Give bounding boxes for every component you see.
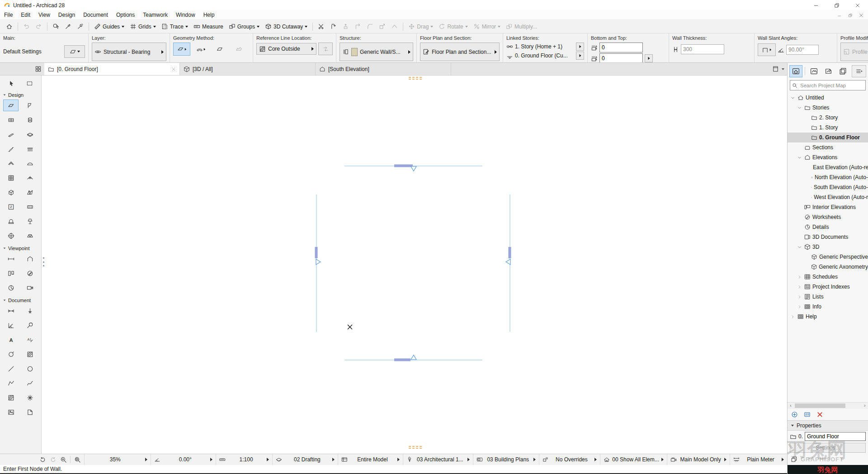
tree-untitled[interactable]: Untitled (788, 93, 868, 103)
column-tool[interactable] (23, 114, 38, 126)
menu-edit[interactable]: Edit (17, 11, 34, 19)
level-dimension-tool[interactable] (23, 305, 38, 317)
tree-3d[interactable]: 3D (788, 242, 868, 252)
trim-button[interactable] (389, 21, 400, 32)
chevron-down-icon[interactable] (797, 245, 802, 250)
window-copy-icon[interactable] (791, 456, 797, 463)
rotate-button[interactable]: Rotate (436, 21, 470, 32)
tree-north-elevation[interactable]: North Elevation (Auto- (788, 172, 868, 182)
bottom-offset-input[interactable] (599, 53, 643, 63)
tab-3d-all[interactable]: [3D / All] (180, 63, 316, 75)
tree-generic-axonometry[interactable]: Generic Axonometry (788, 262, 868, 272)
radial-dimension-tool[interactable] (23, 319, 38, 331)
drag-button[interactable]: Drag (406, 21, 435, 32)
spline-tool[interactable] (23, 377, 38, 389)
zone-tool[interactable]: Z (3, 201, 19, 213)
tree-info[interactable]: Info (788, 302, 868, 312)
close-tab-icon[interactable] (171, 66, 176, 72)
close-button[interactable] (847, 0, 868, 10)
groups-button[interactable]: Groups (226, 21, 262, 32)
adjust-button[interactable] (328, 21, 339, 32)
doc-close-button[interactable] (859, 12, 863, 18)
menu-file[interactable]: File (0, 11, 17, 19)
skylight-tool[interactable] (23, 172, 38, 184)
chevron-down-icon[interactable] (790, 95, 796, 100)
drawing-tool[interactable] (23, 406, 38, 418)
grids-button[interactable]: Grids (127, 21, 158, 32)
roof-tool[interactable] (3, 157, 19, 169)
tree-generic-perspective[interactable]: Generic Perspective (788, 252, 868, 262)
grid-element-tool[interactable] (3, 230, 19, 242)
renovation-filter-control[interactable]: 00 Show All Elem... (600, 454, 667, 465)
toolbox-section-document[interactable]: Document (0, 296, 41, 304)
marquee-tool[interactable] (22, 77, 38, 89)
beam-tool[interactable] (3, 128, 19, 140)
tree-schedules[interactable]: Schedules (788, 272, 868, 282)
shell-tool[interactable] (23, 157, 38, 169)
pick-up-parameters-button[interactable] (62, 21, 74, 32)
interior-elevation-tool[interactable] (3, 267, 19, 279)
tab-list-button[interactable] (772, 66, 779, 72)
reference-line-combo[interactable]: Core Outside (256, 43, 316, 55)
elevate-button[interactable] (340, 21, 351, 32)
geometry-straight-button[interactable] (173, 43, 190, 56)
layout-book-button[interactable] (822, 65, 835, 77)
tree-sections[interactable]: Sections (788, 142, 868, 152)
text-tool[interactable]: A (3, 334, 19, 346)
polyline-tool[interactable] (3, 377, 19, 389)
orientation-control[interactable]: 0.00° (151, 454, 216, 465)
chevron-right-icon[interactable] (797, 294, 802, 299)
fill-tool[interactable] (23, 348, 38, 360)
graphic-override-control[interactable]: No Overrides (539, 454, 600, 465)
doc-restore-button[interactable] (848, 12, 853, 18)
tab-dropdown-icon[interactable] (782, 68, 784, 70)
chevron-right-icon[interactable] (790, 314, 796, 319)
publisher-button[interactable] (836, 65, 849, 77)
measure-button[interactable]: 12Measure (191, 21, 226, 32)
fillet-button[interactable] (364, 21, 376, 32)
navigator-search-box[interactable] (790, 80, 866, 90)
menu-view[interactable]: View (34, 11, 54, 19)
redo-button[interactable] (33, 21, 44, 32)
geometry-trapezoid-button[interactable] (211, 43, 228, 56)
navigator-menu-button[interactable] (852, 65, 866, 77)
intersect-button[interactable] (352, 21, 363, 32)
zoom-in-button[interactable] (59, 455, 68, 464)
renovation-display-control[interactable]: Main Model Only (667, 454, 730, 465)
figure-tool[interactable] (3, 406, 19, 418)
curtain-wall-tool[interactable] (3, 172, 19, 184)
hatch-tool[interactable] (3, 392, 19, 403)
tree-project-indexes[interactable]: Project Indexes (788, 282, 868, 292)
tree-1-story[interactable]: 1. Story (788, 123, 868, 133)
fit-in-window-button[interactable] (73, 455, 82, 464)
toolbox-splitter-handle[interactable] (42, 256, 45, 268)
toolbox-section-design[interactable]: Design (0, 90, 41, 99)
zoom-undo-button[interactable] (38, 455, 47, 464)
object-tool[interactable] (3, 215, 19, 227)
multiply-button[interactable]: Multiply... (504, 21, 539, 32)
stair-tool[interactable] (3, 143, 19, 155)
add-viewpoint-button[interactable] (791, 411, 798, 418)
worksheet-tool[interactable] (23, 267, 38, 279)
zoom-redo-button[interactable] (48, 455, 57, 464)
chevron-down-icon[interactable] (797, 105, 802, 110)
toolbox-section-viewpoint[interactable]: Viewpoint (0, 244, 41, 252)
top-link-flyout-button[interactable] (576, 43, 584, 51)
tree-stories[interactable]: Stories (788, 103, 868, 113)
top-offset-input[interactable] (599, 43, 643, 52)
tree-elevations[interactable]: Elevations (788, 152, 868, 162)
tree-0-ground-floor[interactable]: 0. Ground Floor (788, 133, 868, 142)
undo-button[interactable] (21, 21, 32, 32)
dimension-standard-control[interactable]: Plain Meter (730, 454, 787, 465)
profile-modifier-button[interactable]: Profile (840, 43, 868, 61)
opening-tool[interactable] (23, 201, 38, 213)
lamp-tool[interactable] (23, 215, 38, 227)
layer-combo[interactable]: Structural - Bearing (92, 43, 166, 61)
story-name-input[interactable] (805, 432, 866, 441)
angle-dimension-tool[interactable] (3, 319, 19, 331)
chevron-right-icon[interactable] (797, 284, 802, 289)
model-view-options-control[interactable]: 03 Building Plans (473, 454, 539, 465)
pen-set-control[interactable]: 03 Architectural 1... (403, 454, 472, 465)
elevation-tool[interactable] (23, 253, 38, 265)
slant-angle-input[interactable] (786, 45, 819, 55)
